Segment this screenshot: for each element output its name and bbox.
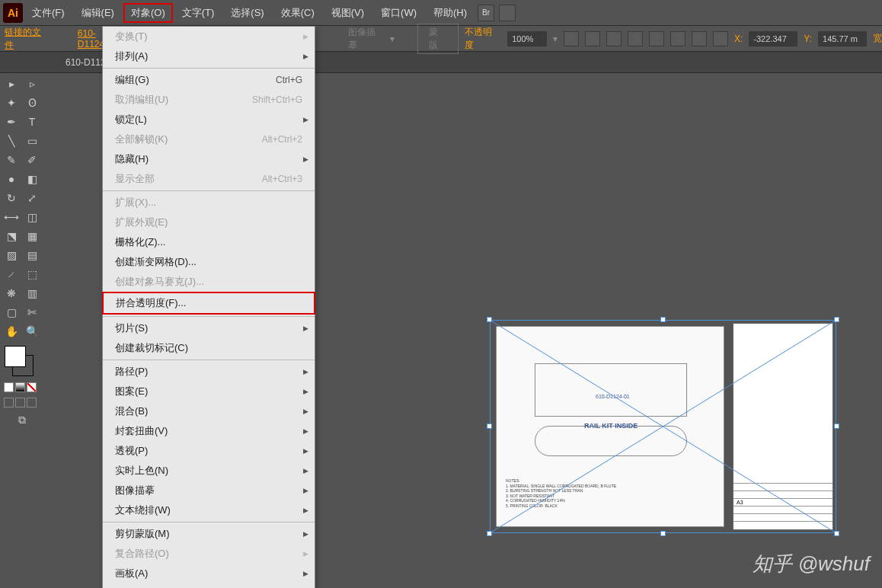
handle-se[interactable] [834,531,839,536]
screen-mode-2[interactable] [15,398,25,407]
align-bottom-button[interactable] [692,31,707,46]
magic-wand-tool[interactable]: ✦ [2,94,21,112]
menu-item[interactable]: 拼合透明度(F)... [102,292,315,315]
artboard-tool[interactable]: ▢ [2,303,21,321]
perspective-tool[interactable]: ▦ [22,227,42,245]
color-mode[interactable] [4,382,14,392]
screen-mode-button[interactable]: ⧉ [2,411,43,429]
menu-item[interactable]: 图案(E) [103,382,315,401]
rotate-tool[interactable]: ↻ [2,189,21,207]
gradient-mode[interactable] [15,382,25,392]
menu-item[interactable]: 图表(R) [103,583,315,588]
blend-tool[interactable]: ⬚ [22,265,42,283]
mask-button[interactable]: 蒙版 [417,24,459,54]
handle-sw[interactable] [487,531,492,536]
menu-item[interactable]: 图像描摹 [103,481,315,500]
menu-help[interactable]: 帮助(H) [426,3,475,23]
hand-tool[interactable]: ✋ [2,322,21,340]
align-mid-button[interactable] [670,31,685,46]
menu-item[interactable]: 锁定(L) [103,110,315,129]
menu-window[interactable]: 窗口(W) [373,3,424,23]
width-tool[interactable]: ⟷ [2,208,21,226]
menu-item[interactable]: 编组(G)Ctrl+G [103,70,315,90]
menu-item[interactable]: 实时上色(N) [103,461,315,481]
align-right-button[interactable] [628,31,643,46]
menu-select[interactable]: 选择(S) [223,3,271,23]
opt-btn-1[interactable] [564,31,579,46]
screen-mode-1[interactable] [4,398,14,407]
menu-item[interactable]: 切片(S) [103,318,315,338]
transform-panel-button[interactable] [713,31,728,46]
handle-n[interactable] [660,317,666,322]
graph-tool[interactable]: ▥ [22,284,42,302]
menu-item[interactable]: 混合(B) [103,401,315,421]
x-input[interactable]: -322.347 [749,31,797,46]
selected-artwork[interactable]: 610-D1124-01 RAIL KIT INSIDE NOTES: 1. M… [490,320,836,533]
menu-item: 扩展(X)... [103,193,315,213]
x-label: X: [734,34,743,44]
menu-item[interactable]: 透视(P) [103,441,315,461]
menu-view[interactable]: 视图(V) [324,3,372,23]
arrange-docs-button[interactable] [499,5,516,21]
handle-e[interactable] [834,423,839,429]
selection-box [490,320,836,533]
symbol-tool[interactable]: ❋ [2,284,21,302]
menu-type[interactable]: 文字(T) [174,3,222,23]
menu-item: 创建对象马赛克(J)... [103,272,315,292]
app-logo: Ai [3,3,23,23]
menu-effect[interactable]: 效果(C) [273,3,322,23]
rect-tool[interactable]: ▭ [22,132,42,150]
menu-item[interactable]: 画板(A) [103,564,315,583]
menu-item[interactable]: 文本绕排(W) [103,500,315,520]
free-transform-tool[interactable]: ◫ [22,208,42,226]
pencil-tool[interactable]: ✐ [22,151,42,169]
slice-tool[interactable]: ✄ [22,303,42,321]
opacity-input[interactable]: 100% [507,31,547,46]
align-left-button[interactable] [585,31,600,46]
menu-edit[interactable]: 编辑(E) [74,3,122,23]
menu-item[interactable]: 栅格化(Z)... [103,232,315,252]
menu-item: 取消编组(U)Shift+Ctrl+G [103,90,315,110]
pen-tool[interactable]: ✒ [2,113,21,131]
direct-select-tool[interactable]: ▹ [22,75,42,93]
menu-item[interactable]: 隐藏(H) [103,149,315,169]
blob-tool[interactable]: ● [2,170,21,188]
scale-tool[interactable]: ⤢ [22,189,42,207]
image-trace-label[interactable]: 图像描摹 [348,26,385,52]
handle-s[interactable] [660,531,666,536]
line-tool[interactable]: ╲ [2,132,21,150]
type-tool[interactable]: T [22,113,42,131]
menu-item[interactable]: 剪切蒙版(M) [103,524,315,544]
y-input[interactable]: 145.77 m [818,31,867,46]
none-mode[interactable] [27,382,37,392]
fill-stroke-swatch[interactable] [2,344,43,379]
menu-item[interactable]: 封套扭曲(V) [103,421,315,441]
selection-tool[interactable]: ▸ [2,75,21,93]
handle-w[interactable] [487,423,492,429]
menu-object[interactable]: 对象(O) [123,3,173,23]
menu-item[interactable]: 路径(P) [103,362,315,382]
mesh-tool[interactable]: ▨ [2,246,21,264]
screen-mode-3[interactable] [27,398,37,407]
align-center-button[interactable] [606,31,622,46]
align-top-button[interactable] [649,31,664,46]
gradient-tool[interactable]: ▤ [22,246,42,264]
y-label: Y: [804,34,812,44]
eyedropper-tool[interactable]: ⟋ [2,265,21,283]
handle-ne[interactable] [834,317,839,322]
bridge-button[interactable]: Br [478,5,494,21]
menu-item[interactable]: 创建裁切标记(C) [103,338,315,358]
zoom-tool[interactable]: 🔍 [22,322,42,340]
brush-tool[interactable]: ✎ [2,151,21,169]
menu-item[interactable]: 排列(A) [103,46,315,66]
shape-builder-tool[interactable]: ⬔ [2,227,21,245]
menu-file[interactable]: 文件(F) [24,3,72,23]
linked-file-label[interactable]: 链接的文件 [5,26,50,52]
tool-panel: ▸▹ ✦ʘ ✒T ╲▭ ✎✐ ●◧ ↻⤢ ⟷◫ ⬔▦ ▨▤ ⟋⬚ ❋▥ ▢✄ ✋… [0,73,44,430]
eraser-tool[interactable]: ◧ [22,170,42,188]
menu-item: 全部解锁(K)Alt+Ctrl+2 [103,129,315,149]
menu-item[interactable]: 创建渐变网格(D)... [103,252,315,272]
lasso-tool[interactable]: ʘ [22,94,42,112]
menu-item: 扩展外观(E) [103,213,315,232]
handle-nw[interactable] [487,317,492,322]
